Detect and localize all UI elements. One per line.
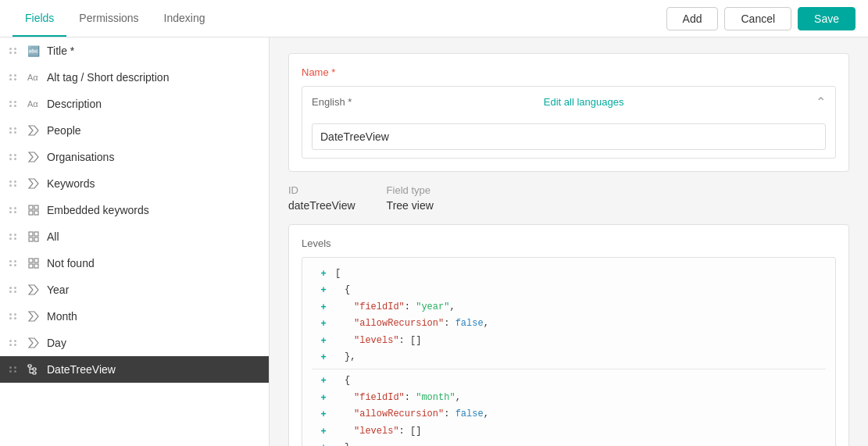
sidebar-item-keywords[interactable]: Keywords [0, 170, 269, 197]
svg-rect-15 [28, 365, 31, 367]
meta-row: ID dateTreeView Field type Tree view [288, 184, 849, 212]
sidebar-item-all-label: All [47, 230, 259, 243]
sidebar: 🔤 Title * Aα Alt tag / Short description… [0, 37, 270, 446]
sidebar-item-people[interactable]: People [0, 117, 269, 144]
svg-rect-7 [29, 232, 33, 236]
sidebar-item-organisations-label: Organisations [47, 151, 259, 163]
svg-rect-17 [33, 372, 36, 374]
save-button[interactable]: Save [798, 7, 855, 30]
sidebar-item-date-tree-view-label: DateTreeView [47, 363, 259, 376]
levels-editor[interactable]: + [ + { + "fieldId": "year", + "allowRec… [302, 257, 836, 446]
json-line-5: + "levels": [] [312, 333, 826, 349]
json-line-9: + "allowRecursion": false, [312, 406, 826, 423]
tag-icon [27, 125, 41, 136]
drag-handle [9, 234, 17, 240]
json-expand-11[interactable]: + [320, 441, 326, 446]
tag-icon-6 [27, 337, 41, 348]
drag-handle [9, 287, 17, 293]
json-line-10: + "levels": [] [312, 423, 826, 440]
json-line-8: + "fieldId": "month", [312, 390, 826, 406]
svg-rect-11 [29, 259, 33, 262]
tab-permissions[interactable]: Permissions [66, 1, 151, 37]
json-divider [312, 369, 826, 369]
drag-handle [9, 207, 17, 213]
svg-rect-14 [34, 264, 38, 268]
drag-handle [9, 101, 17, 107]
id-value: dateTreeView [288, 199, 355, 212]
sidebar-item-all[interactable]: All [0, 223, 269, 250]
translate-icon-2: Aα [27, 72, 41, 83]
header-actions: Add Cancel Save [666, 7, 855, 30]
grid-icon [27, 205, 41, 216]
cancel-button[interactable]: Cancel [724, 7, 791, 30]
json-expand-3[interactable]: + [320, 300, 326, 316]
sidebar-item-year-label: Year [47, 284, 259, 296]
drag-handle-active [9, 366, 17, 373]
svg-rect-3 [29, 205, 33, 209]
json-expand-9[interactable]: + [320, 407, 326, 423]
sidebar-item-people-label: People [47, 124, 259, 137]
json-expand-10[interactable]: + [320, 424, 326, 440]
drag-handle [9, 260, 17, 266]
drag-handle [9, 74, 17, 80]
sidebar-item-embedded-keywords-label: Embedded keywords [47, 204, 259, 216]
field-type-value: Tree view [387, 199, 434, 212]
add-button[interactable]: Add [666, 7, 719, 30]
svg-rect-5 [29, 211, 33, 215]
json-expand-2[interactable]: + [320, 283, 326, 298]
tab-indexing[interactable]: Indexing [152, 1, 218, 37]
edit-all-languages-link[interactable]: Edit all languages [544, 96, 624, 108]
drag-handle [9, 313, 17, 319]
tab-fields[interactable]: Fields [13, 1, 66, 37]
svg-rect-9 [29, 237, 33, 241]
svg-text:🔤: 🔤 [27, 45, 40, 57]
sidebar-item-date-tree-view[interactable]: DateTreeView [0, 356, 269, 383]
levels-section: Levels + [ + { + "fieldId": "year", + "a… [288, 224, 849, 446]
svg-rect-8 [34, 232, 38, 236]
sidebar-item-description-label: Description [47, 98, 259, 110]
sidebar-item-description[interactable]: Aα Description [0, 91, 269, 117]
sidebar-item-day-label: Day [47, 337, 259, 349]
field-type-meta: Field type Tree view [387, 184, 434, 212]
json-line-1: + [ [312, 266, 826, 282]
json-expand-4[interactable]: + [320, 316, 326, 332]
sidebar-item-organisations[interactable]: Organisations [0, 144, 269, 170]
json-expand-1[interactable]: + [320, 266, 326, 282]
json-expand-7[interactable]: + [320, 373, 326, 389]
grid-icon-2 [27, 231, 41, 242]
collapse-button[interactable]: ⌃ [816, 95, 826, 109]
drag-handle [9, 154, 17, 160]
name-input[interactable] [312, 123, 826, 150]
json-line-6: + }, [312, 349, 826, 366]
sidebar-item-month[interactable]: Month [0, 303, 269, 330]
sidebar-item-year[interactable]: Year [0, 277, 269, 303]
json-expand-5[interactable]: + [320, 334, 326, 349]
json-expand-6[interactable]: + [320, 350, 326, 366]
content-area: Name * English * Edit all languages ⌃ ID… [270, 37, 868, 446]
svg-text:Aα: Aα [27, 99, 38, 109]
translate-icon-3: Aα [27, 98, 41, 109]
json-line-4: + "allowRecursion": false, [312, 316, 826, 332]
sidebar-item-not-found-label: Not found [47, 257, 259, 269]
sidebar-item-alt-tag-label: Alt tag / Short description [47, 71, 259, 84]
json-line-3: + "fieldId": "year", [312, 299, 826, 316]
header: Fields Permissions Indexing Add Cancel S… [0, 0, 868, 37]
sidebar-item-embedded-keywords[interactable]: Embedded keywords [0, 197, 269, 223]
drag-handle [9, 127, 17, 134]
svg-rect-16 [33, 368, 36, 370]
svg-rect-13 [29, 264, 33, 268]
id-label: ID [288, 184, 355, 196]
svg-rect-4 [34, 205, 38, 209]
id-meta: ID dateTreeView [288, 184, 355, 212]
sidebar-item-title[interactable]: 🔤 Title * [0, 37, 269, 64]
language-label: English * [312, 96, 352, 108]
drag-handle [9, 180, 17, 187]
svg-text:Aα: Aα [27, 73, 38, 82]
sidebar-item-day[interactable]: Day [0, 330, 269, 356]
json-expand-8[interactable]: + [320, 391, 326, 406]
tag-icon-3 [27, 178, 41, 189]
json-line-11: + }, [312, 440, 826, 446]
sidebar-item-alt-tag[interactable]: Aα Alt tag / Short description [0, 64, 269, 91]
sidebar-item-not-found[interactable]: Not found [0, 250, 269, 277]
name-field-label: Name * [302, 66, 836, 78]
